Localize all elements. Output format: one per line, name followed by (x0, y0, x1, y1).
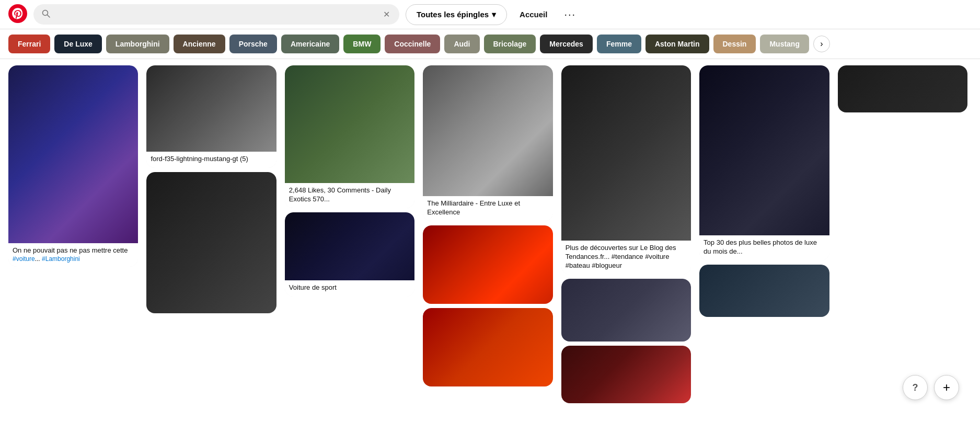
svg-line-2 (48, 15, 50, 17)
search-bar: voiture ✕ (33, 4, 399, 25)
chips-next-button[interactable]: › (813, 36, 830, 52)
pin-image (146, 65, 276, 152)
chip-femme[interactable]: Femme (597, 35, 641, 53)
pin-column-3: ···The Milliardaire - Entre Luxe et Exce… (423, 65, 552, 391)
pin-card[interactable] (699, 265, 829, 317)
pin-title: The Milliardaire - Entre Luxe et Excelle… (427, 199, 548, 217)
pin-title: 2,648 Likes, 30 Comments - Daily Exotics… (289, 186, 410, 204)
pins-grid: ···On ne pouvait pas ne pas mettre cette… (0, 59, 980, 414)
fab-help-button[interactable]: ? (903, 375, 928, 400)
fab-add-button[interactable]: + (934, 375, 959, 400)
chip-lamborghini[interactable]: Lamborghini (106, 35, 169, 53)
pin-image (699, 265, 829, 317)
pin-image (285, 212, 414, 280)
pin-image (561, 346, 691, 403)
pin-card[interactable] (146, 172, 276, 313)
pin-card[interactable] (423, 308, 552, 386)
pin-card[interactable] (423, 225, 552, 304)
pin-card[interactable] (561, 346, 691, 403)
search-input[interactable]: voiture (54, 10, 378, 19)
pin-card[interactable]: ···Plus de découvertes sur Le Blog des T… (561, 65, 691, 275)
chip-bricolage[interactable]: Bricolage (484, 35, 536, 53)
pin-title: ford-f35-lightning-mustang-gt (5) (151, 155, 272, 164)
pin-info: The Milliardaire - Entre Luxe et Excelle… (423, 196, 552, 221)
chip-coccinelle[interactable]: Coccinelle (385, 35, 440, 53)
pin-card[interactable]: ···Voiture de sport (285, 212, 414, 297)
pin-column-4: ···Plus de découvertes sur Le Blog des T… (561, 65, 691, 407)
chip-americaine[interactable]: Americaine (281, 35, 339, 53)
chip-porsche[interactable]: Porsche (229, 35, 277, 53)
pin-card[interactable]: ···On ne pouvait pas ne pas mettre cette… (8, 65, 138, 267)
pin-card[interactable] (838, 65, 967, 112)
pin-info: ford-f35-lightning-mustang-gt (5) (146, 152, 276, 168)
pin-tag-link[interactable]: #voiture (13, 255, 35, 263)
chip-ferrari[interactable]: Ferrari (8, 35, 50, 53)
pin-card[interactable]: ···ford-f35-lightning-mustang-gt (5) (146, 65, 276, 168)
pin-column-0: ···On ne pouvait pas ne pas mettre cette… (8, 65, 138, 271)
clear-search-button[interactable]: ✕ (382, 8, 391, 20)
pin-title: Voiture de sport (289, 283, 410, 292)
pin-info: 2,648 Likes, 30 Comments - Daily Exotics… (285, 183, 414, 208)
filter-label: Toutes les épingles (417, 10, 489, 19)
pin-card[interactable]: ···Top 30 des plus belles photos de luxe… (699, 65, 829, 260)
header: voiture ✕ Toutes les épingles ▾ Accueil … (0, 0, 980, 29)
chip-astonmartin[interactable]: Aston Martin (645, 35, 709, 53)
pinterest-logo[interactable] (8, 4, 27, 25)
pin-card[interactable]: ···The Milliardaire - Entre Luxe et Exce… (423, 65, 552, 221)
pin-card[interactable]: ···2,648 Likes, 30 Comments - Daily Exot… (285, 65, 414, 208)
chip-deluxe[interactable]: De Luxe (54, 35, 101, 53)
pin-column-5: ···Top 30 des plus belles photos de luxe… (699, 65, 829, 321)
pin-info: Plus de découvertes sur Le Blog des Tend… (561, 241, 691, 275)
pin-image (8, 65, 138, 243)
pin-card[interactable] (561, 279, 691, 342)
pin-image (146, 172, 276, 313)
chip-dessin[interactable]: Dessin (713, 35, 756, 53)
accueil-button[interactable]: Accueil (513, 6, 554, 23)
chevron-down-icon: ▾ (492, 10, 496, 19)
chip-bmw[interactable]: BMW (343, 35, 381, 53)
pin-info: Top 30 des plus belles photos de luxe du… (699, 235, 829, 260)
chip-mustang[interactable]: Mustang (760, 35, 809, 53)
pin-image (561, 279, 691, 342)
chip-ancienne[interactable]: Ancienne (174, 35, 225, 53)
pin-title: Top 30 des plus belles photos de luxe du… (704, 238, 825, 256)
pin-image (423, 65, 552, 196)
pin-info: Voiture de sport (285, 280, 414, 297)
pin-image (699, 65, 829, 235)
chip-mercedes[interactable]: Mercedes (540, 35, 593, 53)
pin-tags: #voiture... #Lamborghini (13, 255, 134, 263)
filter-button[interactable]: Toutes les épingles ▾ (406, 4, 507, 25)
pin-image (423, 225, 552, 304)
pin-title: On ne pouvait pas ne pas mettre cette (13, 246, 134, 255)
pin-title: Plus de découvertes sur Le Blog des Tend… (566, 244, 687, 270)
more-options-button[interactable]: ··· (560, 6, 580, 22)
pin-column-6 (838, 65, 967, 117)
pin-image (423, 308, 552, 386)
pin-column-1: ···ford-f35-lightning-mustang-gt (5) (146, 65, 276, 317)
pin-image (285, 65, 414, 183)
search-icon (42, 9, 50, 20)
pin-tag-link[interactable]: #Lamborghini (42, 255, 80, 263)
pin-image (838, 65, 967, 112)
chips-row: FerrariDe LuxeLamborghiniAnciennePorsche… (0, 29, 980, 59)
pin-column-2: ···2,648 Likes, 30 Comments - Daily Exot… (285, 65, 414, 301)
pin-info: On ne pouvait pas ne pas mettre cette#vo… (8, 243, 138, 267)
pin-image (561, 65, 691, 241)
chip-audi[interactable]: Audi (444, 35, 479, 53)
svg-point-0 (8, 4, 27, 23)
